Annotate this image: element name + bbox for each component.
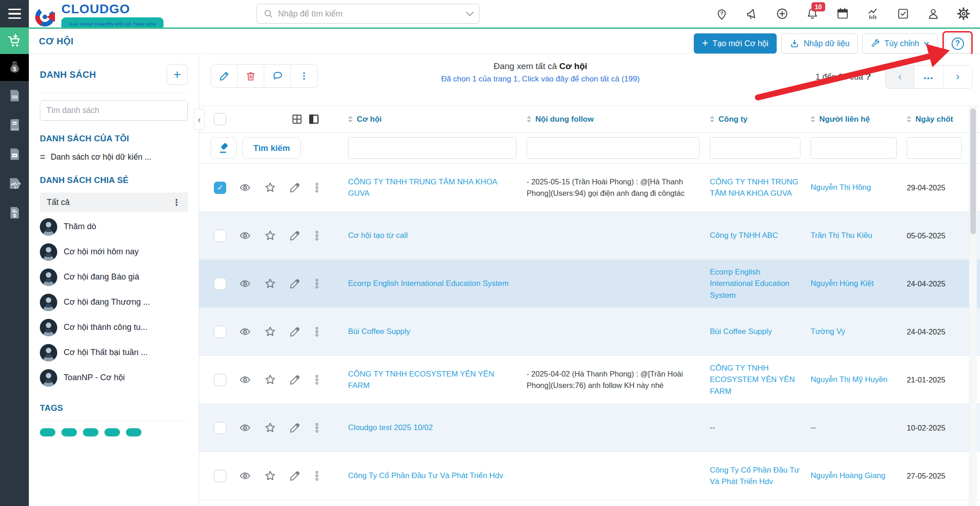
contact-link[interactable]: Nguyễn Hùng Kiệt bbox=[811, 279, 874, 288]
filter-input-contact[interactable] bbox=[811, 137, 897, 159]
column-header-contact[interactable]: Người liên hệ bbox=[811, 115, 907, 124]
location-pin-icon[interactable]: ? bbox=[714, 6, 729, 21]
tag-chip[interactable] bbox=[83, 428, 98, 436]
tag-chip[interactable] bbox=[104, 428, 120, 436]
contact-link[interactable]: -- bbox=[811, 423, 816, 432]
tasks-check-icon[interactable] bbox=[896, 6, 910, 21]
filter-input-follow[interactable] bbox=[527, 137, 700, 159]
megaphone-icon[interactable] bbox=[745, 6, 759, 21]
more-dots-icon[interactable] bbox=[313, 469, 321, 482]
filter-input-company[interactable] bbox=[710, 137, 800, 159]
company-link[interactable]: CÔNG TY TNHH ECOSYSTEM YÊN YÊN FARM bbox=[710, 364, 795, 396]
tag-chip[interactable] bbox=[40, 428, 55, 436]
page-options-button[interactable]: ••• bbox=[915, 65, 943, 88]
favorite-star-icon[interactable] bbox=[264, 373, 277, 386]
contact-link[interactable]: Nguyễn Thị Mỹ Huyền bbox=[811, 375, 887, 384]
contact-link[interactable]: Tường Vy bbox=[811, 327, 845, 336]
opportunity-link[interactable]: Công Ty Cổ Phần Đầu Tư Và Phát Triển Hdv bbox=[348, 471, 503, 480]
row-checkbox[interactable] bbox=[214, 374, 226, 386]
calendar-icon[interactable] bbox=[835, 6, 850, 21]
preview-eye-icon[interactable] bbox=[239, 277, 251, 290]
settings-gear-icon[interactable] bbox=[956, 6, 971, 21]
filter-input-close-date[interactable] bbox=[907, 137, 962, 159]
contact-link[interactable]: Trần Thị Thu Kiều bbox=[811, 231, 872, 240]
preview-eye-icon[interactable] bbox=[239, 325, 251, 338]
more-dots-icon[interactable] bbox=[313, 325, 321, 338]
shared-list-item[interactable]: Cơ hội đang Thương ... bbox=[40, 290, 188, 315]
search-scope-chevron-down-icon[interactable] bbox=[466, 9, 474, 16]
analytics-chart-icon[interactable] bbox=[866, 6, 880, 21]
rail-document-icon[interactable] bbox=[0, 140, 29, 169]
shared-list-item[interactable]: Cơ hội mới hôm nay bbox=[40, 239, 188, 264]
favorite-star-icon[interactable] bbox=[264, 469, 277, 482]
preview-eye-icon[interactable] bbox=[239, 373, 251, 386]
favorite-star-icon[interactable] bbox=[264, 181, 277, 194]
opportunity-link[interactable]: Cloudgo test 2025 10/02 bbox=[348, 423, 433, 432]
edit-pencil-icon[interactable] bbox=[289, 470, 301, 482]
company-link[interactable]: Công ty TNHH ABC bbox=[710, 231, 778, 240]
favorite-star-icon[interactable] bbox=[264, 277, 277, 290]
vertical-scrollbar[interactable] bbox=[969, 106, 977, 506]
select-all-checkbox[interactable] bbox=[214, 113, 226, 125]
more-dots-icon[interactable] bbox=[313, 421, 321, 434]
more-dots-icon[interactable] bbox=[313, 181, 321, 194]
more-dots-icon[interactable] bbox=[313, 373, 321, 386]
scrollbar-thumb[interactable] bbox=[970, 108, 976, 234]
shared-list-item[interactable]: ToanNP - Cơ hội bbox=[40, 365, 188, 390]
side-panel-view-icon[interactable] bbox=[308, 113, 320, 125]
opportunity-link[interactable]: Bùi Coffee Supply bbox=[348, 327, 410, 336]
more-dots-icon[interactable] bbox=[313, 277, 321, 290]
preview-eye-icon[interactable] bbox=[239, 181, 251, 194]
row-checkbox[interactable] bbox=[214, 278, 226, 290]
edit-pencil-icon[interactable] bbox=[289, 230, 301, 242]
opportunity-link[interactable]: Ecorrp English International Education S… bbox=[348, 279, 509, 288]
sidebar-collapse-button[interactable]: ‹ bbox=[194, 109, 205, 130]
row-checkbox[interactable] bbox=[214, 230, 226, 242]
favorite-star-icon[interactable] bbox=[264, 229, 277, 242]
rail-catalog-book-icon[interactable] bbox=[0, 110, 29, 140]
favorite-star-icon[interactable] bbox=[264, 325, 277, 338]
next-page-button[interactable]: › bbox=[943, 65, 972, 88]
preview-eye-icon[interactable] bbox=[239, 469, 251, 482]
favorite-star-icon[interactable] bbox=[264, 421, 277, 434]
shared-list-item[interactable]: Cơ hội thành công tu... bbox=[40, 315, 188, 340]
shared-list-item[interactable]: Cơ hội đang Báo giá bbox=[40, 264, 188, 290]
more-dots-icon[interactable] bbox=[313, 229, 321, 242]
row-checkbox[interactable] bbox=[214, 470, 226, 482]
edit-button[interactable] bbox=[211, 65, 238, 87]
add-list-button[interactable]: + bbox=[167, 64, 188, 85]
customize-button[interactable]: Tùy chỉnh bbox=[862, 33, 938, 54]
edit-pencil-icon[interactable] bbox=[289, 182, 301, 194]
import-data-button[interactable]: Nhập dữ liệu bbox=[781, 33, 858, 54]
my-list-item[interactable]: = Danh sách cơ hội dữ kiến ... bbox=[40, 152, 188, 162]
tag-chip[interactable] bbox=[126, 428, 142, 436]
row-checkbox[interactable] bbox=[214, 326, 226, 338]
opportunity-link[interactable]: Cơ hội tạo từ call bbox=[348, 231, 408, 240]
rail-cart-icon[interactable] bbox=[0, 27, 29, 54]
edit-pencil-icon[interactable] bbox=[289, 326, 301, 338]
comment-button[interactable] bbox=[264, 65, 291, 87]
help-button[interactable]: ? bbox=[945, 33, 970, 54]
filter-input-opportunity[interactable] bbox=[348, 137, 517, 159]
column-header-follow[interactable]: Nội dung follow bbox=[527, 115, 710, 124]
notifications-bell-icon[interactable]: 10 bbox=[805, 6, 820, 21]
preview-eye-icon[interactable] bbox=[239, 229, 251, 242]
opportunity-link[interactable]: CÔNG TY TNHH TRUNG TÂM NHA KHOA GUVA bbox=[348, 178, 497, 198]
kebab-menu-icon[interactable]: ⋮ bbox=[172, 197, 181, 208]
rail-invoice-icon[interactable] bbox=[0, 81, 29, 110]
rail-money-bag-icon[interactable]: $ bbox=[0, 54, 29, 81]
company-link[interactable]: -- bbox=[710, 423, 715, 432]
delete-button[interactable] bbox=[238, 65, 264, 87]
column-header-opportunity[interactable]: Cơ hội bbox=[348, 115, 527, 124]
apply-search-button[interactable]: Tìm kiếm bbox=[242, 137, 301, 159]
global-search-input[interactable] bbox=[278, 9, 463, 19]
row-checkbox[interactable] bbox=[214, 422, 226, 434]
shared-list-item[interactable]: Thăm dò bbox=[40, 214, 188, 239]
rail-receipt-icon[interactable]: $ bbox=[0, 198, 29, 227]
profile-icon[interactable] bbox=[926, 6, 941, 21]
contact-link[interactable]: Nguyễn Hoàng Giang bbox=[811, 471, 886, 480]
column-header-close-date[interactable]: Ngày chốt bbox=[907, 115, 972, 124]
preview-eye-icon[interactable] bbox=[239, 421, 251, 434]
company-link[interactable]: CÔNG TY TNHH TRUNG TÂM NHA KHOA GUVA bbox=[710, 178, 798, 198]
more-actions-button[interactable] bbox=[291, 65, 317, 87]
